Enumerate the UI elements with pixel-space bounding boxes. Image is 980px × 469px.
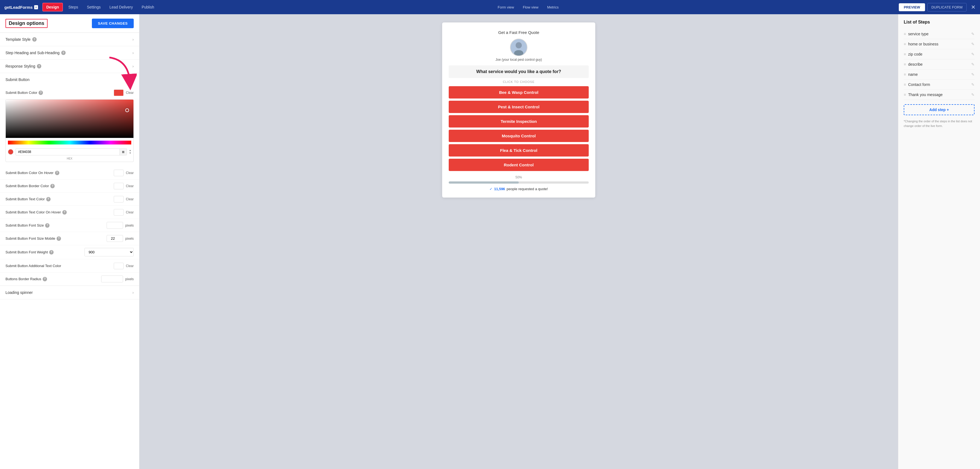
drag-handle-icon-7[interactable]: ≡ xyxy=(904,93,906,97)
metrics-btn[interactable]: Metrics xyxy=(543,3,562,11)
accordion-step-heading[interactable]: Step Heading and Sub-Heading ? › xyxy=(0,46,139,60)
spinner-down[interactable]: ▼ xyxy=(129,152,131,155)
form-header-text: Get a Fast Free Quote xyxy=(449,30,589,35)
submit-button-accordion[interactable]: Submit Button ∨ xyxy=(0,73,139,86)
font-weight-select[interactable]: 900 700 400 xyxy=(84,248,134,257)
drag-handle-icon-6[interactable]: ≡ xyxy=(904,82,906,87)
info-icon-border: ? xyxy=(50,184,55,188)
form-question: What service would you like a quote for? xyxy=(449,65,589,78)
setting-text-hover-color: Submit Button Text Color On Hover ? Clea… xyxy=(0,206,139,219)
spinner-arrows: ▲ ▼ xyxy=(129,149,131,154)
info-icon-color: ? xyxy=(38,91,43,95)
nav-lead-delivery[interactable]: Lead Delivery xyxy=(106,3,136,11)
setting-border-radius: Buttons Border Radius ? pixels xyxy=(0,273,139,286)
clear-btn-3[interactable]: Clear xyxy=(126,184,134,188)
choice-bee-wasp[interactable]: Bee & Wasp Control xyxy=(449,86,589,99)
color-control-5: Clear xyxy=(114,209,134,215)
hex-input-wrap: ⊞ xyxy=(16,148,127,155)
accordion-template-style[interactable]: Template Style ? › xyxy=(0,33,139,46)
drag-handle-icon-3[interactable]: ≡ xyxy=(904,52,906,56)
submit-button-arrow: ∨ xyxy=(131,77,134,82)
accordion-response-styling-arrow: › xyxy=(132,64,134,69)
avatar-image xyxy=(510,38,527,56)
duplicate-form-btn[interactable]: DUPLICATE FORM xyxy=(927,3,967,11)
color-gradient[interactable] xyxy=(6,100,134,138)
info-icon-2: ? xyxy=(61,51,65,55)
step-name-label: name xyxy=(908,72,969,77)
drag-handle-icon-5[interactable]: ≡ xyxy=(904,72,906,77)
nav-steps[interactable]: Steps xyxy=(65,3,81,11)
choice-pest-insect[interactable]: Pest & Insect Control xyxy=(449,101,589,113)
font-size-mobile-input[interactable] xyxy=(107,235,123,242)
color-hue-bar[interactable] xyxy=(8,140,131,145)
steps-title: List of Steps xyxy=(904,20,975,25)
color-control-6: Clear xyxy=(114,263,134,269)
clear-btn-5[interactable]: Clear xyxy=(126,211,134,214)
setting-font-size: Submit Button Font Size ? pixels xyxy=(0,219,139,232)
setting-submit-btn-color: Submit Button Color ? Clear xyxy=(0,86,139,99)
view-controls: Form view Flow view Metrics xyxy=(494,3,562,11)
font-size-control: pixels xyxy=(107,222,134,229)
drag-handle-icon-2[interactable]: ≡ xyxy=(904,42,906,46)
step-service-type-label: service type xyxy=(908,32,969,36)
form-view-btn[interactable]: Form view xyxy=(494,3,518,11)
clear-btn-4[interactable]: Clear xyxy=(126,197,134,201)
font-weight-control: 900 700 400 xyxy=(84,248,134,257)
choice-flea-tick[interactable]: Flea & Tick Control xyxy=(449,144,589,156)
choice-mosquito[interactable]: Mosquito Control xyxy=(449,130,589,142)
right-panel: List of Steps ≡ service type ✎ ≡ home or… xyxy=(898,14,980,469)
step-zip-code-label: zip code xyxy=(908,52,969,56)
progress-bar-bg xyxy=(449,182,589,183)
color-swatch-additional[interactable] xyxy=(114,263,124,269)
color-swatch-submit[interactable] xyxy=(114,89,124,96)
close-btn[interactable]: ✕ xyxy=(971,4,975,10)
color-swatch-border[interactable] xyxy=(114,183,124,189)
step-home-or-business-label: home or business xyxy=(908,42,969,46)
color-control-4: Clear xyxy=(114,196,134,203)
step-item-contact-form: ≡ Contact form ✎ xyxy=(904,80,975,90)
step-edit-icon-3[interactable]: ✎ xyxy=(971,52,975,56)
color-swatch-text-hover[interactable] xyxy=(114,209,124,215)
clear-btn-6[interactable]: Clear xyxy=(126,264,134,268)
choice-rodent[interactable]: Rodent Control xyxy=(449,159,589,171)
save-changes-btn[interactable]: SAVE CHANGES xyxy=(92,19,134,28)
nav-settings[interactable]: Settings xyxy=(84,3,104,11)
color-picker-dot[interactable] xyxy=(125,108,129,112)
clear-btn-2[interactable]: Clear xyxy=(126,171,134,175)
step-edit-icon-1[interactable]: ✎ xyxy=(971,32,975,36)
choice-termite[interactable]: Termite Inspection xyxy=(449,115,589,128)
spinner-up[interactable]: ▲ xyxy=(129,149,131,152)
step-thank-you-label: Thank you message xyxy=(908,93,969,97)
step-edit-icon-2[interactable]: ✎ xyxy=(971,42,975,46)
drag-handle-icon-4[interactable]: ≡ xyxy=(904,62,906,67)
app-logo: getLeadForms ≡ xyxy=(5,5,38,10)
add-step-btn[interactable]: Add step + xyxy=(904,104,975,115)
steps-note: *Changing the order of the steps in the … xyxy=(904,119,975,128)
preview-btn[interactable]: PREVIEW xyxy=(899,3,925,11)
nav-publish[interactable]: Publish xyxy=(138,3,158,11)
hex-copy-btn[interactable]: ⊞ xyxy=(119,149,127,155)
info-icon-border-radius: ? xyxy=(43,277,47,281)
accordion-response-styling[interactable]: Response Styling ? › xyxy=(0,60,139,73)
border-radius-input[interactable] xyxy=(101,276,123,282)
setting-border-color: Submit Button Border Color ? Clear xyxy=(0,180,139,193)
hex-input[interactable] xyxy=(16,148,119,155)
loading-spinner-arrow: › xyxy=(132,290,134,295)
clear-btn-1[interactable]: Clear xyxy=(126,91,134,95)
step-edit-icon-6[interactable]: ✎ xyxy=(971,82,975,87)
flow-view-btn[interactable]: Flow view xyxy=(519,3,542,11)
setting-additional-text-color: Submit Button Additional Text Color Clea… xyxy=(0,259,139,273)
drag-handle-icon[interactable]: ≡ xyxy=(904,32,906,36)
step-edit-icon-7[interactable]: ✎ xyxy=(971,93,975,97)
avatar-label: Joe (your local pest control guy) xyxy=(495,58,542,62)
panel-header: Design options SAVE CHANGES xyxy=(0,14,139,33)
accordion-loading-spinner[interactable]: Loading spinner › xyxy=(0,286,139,299)
step-edit-icon-5[interactable]: ✎ xyxy=(971,72,975,77)
color-swatch-text[interactable] xyxy=(114,196,124,203)
font-size-input[interactable] xyxy=(107,222,123,229)
color-swatch-hover[interactable] xyxy=(114,170,124,176)
nav-design[interactable]: Design xyxy=(42,3,63,11)
submit-button-label: Submit Button xyxy=(5,77,30,82)
main-layout: Design options SAVE CHANGES Template Sty… xyxy=(0,14,980,469)
step-edit-icon-4[interactable]: ✎ xyxy=(971,62,975,67)
